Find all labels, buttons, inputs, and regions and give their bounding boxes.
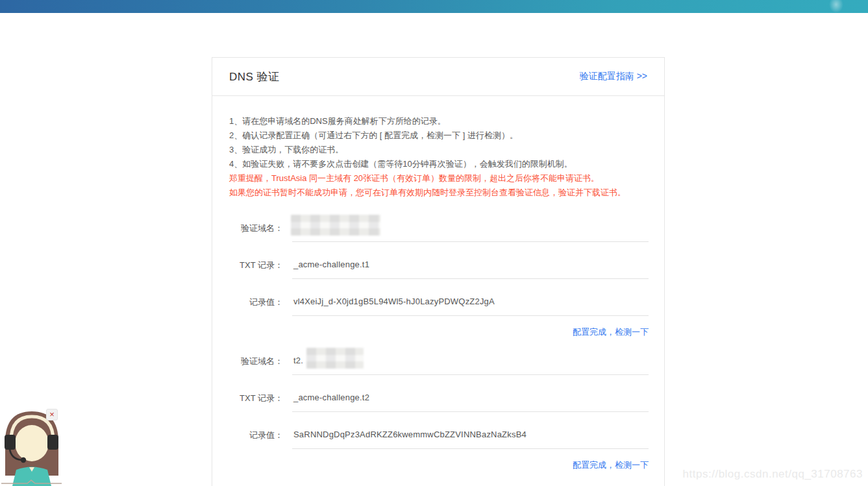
domain-value-2: t2. xyxy=(292,354,649,375)
card-header: DNS 验证 验证配置指南 >> xyxy=(212,58,664,96)
record-value-2: SaRNNDgDqPz3AdRKZZ6kwemmwCbZZVINNBazNaZk… xyxy=(292,428,649,449)
top-gradient-bar xyxy=(0,0,868,13)
instruction-line-2: 2、确认记录配置正确（可通过右下方的 [ 配置完成，检测一下 ] 进行检测）。 xyxy=(229,128,649,143)
record-label-1: 记录值： xyxy=(229,295,292,316)
record-value-row-2: 记录值： SaRNNDgDqPz3AdRKZZ6kwemmwCbZZVINNBa… xyxy=(229,428,649,449)
record-label-2: 记录值： xyxy=(229,428,292,449)
instruction-line-3: 3、验证成功，下载你的证书。 xyxy=(229,143,649,157)
headset-earcup-right xyxy=(47,435,58,450)
check-config-link-1[interactable]: 配置完成，检测一下 xyxy=(573,327,649,337)
domain-label-2: 验证域名： xyxy=(229,354,292,375)
txt-value-2: _acme-challenge.t2 xyxy=(292,391,649,412)
watermark-url: https://blog.csdn.net/qq_31708763 xyxy=(683,468,863,481)
headset-mic xyxy=(21,457,26,463)
instruction-line-4: 4、如验证失败，请不要多次点击创建（需等待10分钟再次验证），会触发我们的限制机… xyxy=(229,157,649,171)
page-title: DNS 验证 xyxy=(229,69,280,84)
txt-label-1: TXT 记录： xyxy=(229,258,292,279)
redacted-domain-1 xyxy=(291,215,380,236)
check-row-2: 配置完成，检测一下 xyxy=(229,459,649,471)
verification-guide-link[interactable]: 验证配置指南 >> xyxy=(580,71,647,82)
check-row-1: 配置完成，检测一下 xyxy=(229,326,649,338)
txt-record-row-1: TXT 记录： _acme-challenge.t1 xyxy=(229,258,649,279)
dns-records-form: 验证域名： TXT 记录： _acme-challenge.t1 记录值： vl… xyxy=(229,221,649,486)
txt-record-row-2: TXT 记录： _acme-challenge.t2 xyxy=(229,391,649,412)
warning-line-2: 如果您的证书暂时不能成功申请，您可在订单有效期内随时登录至控制台查看验证信息，验… xyxy=(229,186,649,200)
txt-label-2: TXT 记录： xyxy=(229,391,292,412)
check-config-link-2[interactable]: 配置完成，检测一下 xyxy=(573,460,649,470)
record-value-1: vl4XeiJj_d-X0jd1gB5L94Wl5-hJ0LazyPDWQzZ2… xyxy=(292,295,649,316)
domain-row-2: 验证域名： t2. xyxy=(229,354,649,375)
topbar-highlight xyxy=(829,0,843,13)
txt-value-1: _acme-challenge.t1 xyxy=(292,258,649,279)
page: { "card": { "title": "DNS 验证", "guide_li… xyxy=(0,0,868,486)
redacted-domain-2 xyxy=(306,348,364,369)
domain-label-1: 验证域名： xyxy=(229,221,292,242)
avatar-face xyxy=(15,425,49,461)
card-body: 1、请在您申请域名的DNS服务商处解析下方所给的记录。 2、确认记录配置正确（可… xyxy=(212,96,664,486)
warning-line-1: 郑重提醒，TrustAsia 同一主域有 20张证书（有效订单）数量的限制，超出… xyxy=(229,171,649,186)
domain-row-1: 验证域名： xyxy=(229,221,649,242)
headset-earcup-left xyxy=(5,435,16,450)
dns-verification-card: DNS 验证 验证配置指南 >> 1、请在您申请域名的DNS服务商处解析下方所给… xyxy=(212,57,665,486)
domain-prefix-2: t2. xyxy=(293,356,303,365)
close-icon[interactable]: × xyxy=(46,409,58,420)
instruction-line-1: 1、请在您申请域名的DNS服务商处解析下方所给的记录。 xyxy=(229,114,649,128)
record-value-row-1: 记录值： vl4XeiJj_d-X0jd1gB5L94Wl5-hJ0LazyPD… xyxy=(229,295,649,316)
domain-value-1 xyxy=(292,221,649,242)
